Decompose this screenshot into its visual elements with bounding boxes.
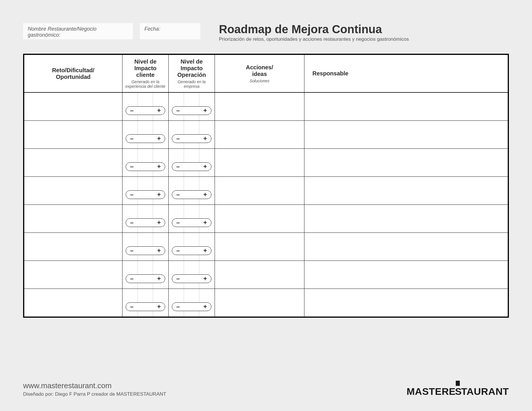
brand-logo: MASTERESTAURANT xyxy=(407,386,509,397)
plus-icon: + xyxy=(157,107,161,114)
cell-actions[interactable] xyxy=(215,121,304,148)
cell-challenge[interactable] xyxy=(24,121,122,148)
cell-client-impact[interactable]: –+ xyxy=(122,149,169,176)
cell-client-impact[interactable]: –+ xyxy=(122,289,169,317)
cell-actions[interactable] xyxy=(215,149,304,176)
cell-responsible[interactable] xyxy=(304,177,356,204)
roadmap-table: Reto/Dificultad/ Oportunidad Nivel de Im… xyxy=(23,54,509,318)
plus-icon: + xyxy=(157,191,161,198)
minus-icon: – xyxy=(130,191,133,198)
operation-impact-scale[interactable]: –+ xyxy=(172,106,211,115)
operation-impact-scale[interactable]: –+ xyxy=(172,246,211,255)
cell-client-impact[interactable]: –+ xyxy=(122,121,169,148)
cell-actions[interactable] xyxy=(215,289,304,317)
cell-operation-impact[interactable]: –+ xyxy=(169,93,215,120)
restaurant-name-field[interactable]: Nombre Restaurante/Negocio gastronómico: xyxy=(23,23,133,39)
cell-responsible[interactable] xyxy=(304,261,356,289)
cell-client-impact[interactable]: –+ xyxy=(122,261,169,289)
table-row: –+–+ xyxy=(24,261,508,289)
restaurant-name-label: Nombre Restaurante/Negocio gastronómico: xyxy=(28,26,96,38)
cell-actions[interactable] xyxy=(215,177,304,204)
cell-actions[interactable] xyxy=(215,93,304,120)
plus-icon: + xyxy=(203,163,207,170)
cell-operation-impact[interactable]: –+ xyxy=(169,121,215,148)
cell-responsible[interactable] xyxy=(304,289,356,317)
cell-responsible[interactable] xyxy=(304,121,356,148)
cell-operation-impact[interactable]: –+ xyxy=(169,149,215,176)
minus-icon: – xyxy=(176,163,180,170)
minus-icon: – xyxy=(176,191,180,198)
operation-impact-scale[interactable]: –+ xyxy=(172,218,211,227)
client-impact-scale[interactable]: –+ xyxy=(126,190,165,199)
cell-client-impact[interactable]: –+ xyxy=(122,93,169,120)
minus-icon: – xyxy=(176,304,180,310)
cell-actions[interactable] xyxy=(215,205,304,233)
minus-icon: – xyxy=(176,248,180,254)
cell-actions[interactable] xyxy=(215,233,304,261)
minus-icon: – xyxy=(130,248,133,254)
col-header-actions: Acciones/ ideas Soluciones xyxy=(215,55,304,92)
operation-impact-scale[interactable]: –+ xyxy=(172,302,211,311)
footer-url: www.masterestaurant.com xyxy=(23,381,166,390)
cell-operation-impact[interactable]: –+ xyxy=(169,177,215,204)
minus-icon: – xyxy=(176,107,180,114)
operation-impact-scale[interactable]: –+ xyxy=(172,162,211,171)
operation-impact-scale[interactable]: –+ xyxy=(172,134,211,143)
plus-icon: + xyxy=(157,276,161,282)
date-label: Fecha: xyxy=(144,26,160,32)
plus-icon: + xyxy=(157,304,161,310)
cell-challenge[interactable] xyxy=(24,233,122,261)
table-row: –+–+ xyxy=(24,289,508,317)
cell-challenge[interactable] xyxy=(24,261,122,289)
client-impact-scale[interactable]: –+ xyxy=(126,246,165,255)
cell-operation-impact[interactable]: –+ xyxy=(169,233,215,261)
plus-icon: + xyxy=(203,191,207,198)
table-row: –+–+ xyxy=(24,121,508,149)
minus-icon: – xyxy=(130,107,133,114)
cell-operation-impact[interactable]: –+ xyxy=(169,205,215,233)
date-field[interactable]: Fecha: xyxy=(140,23,200,39)
cell-challenge[interactable] xyxy=(24,149,122,176)
cell-operation-impact[interactable]: –+ xyxy=(169,289,215,317)
minus-icon: – xyxy=(130,304,133,310)
plus-icon: + xyxy=(157,220,161,226)
cell-challenge[interactable] xyxy=(24,289,122,317)
minus-icon: – xyxy=(130,163,133,170)
plus-icon: + xyxy=(203,107,207,114)
cell-challenge[interactable] xyxy=(24,177,122,204)
table-row: –+–+ xyxy=(24,177,508,205)
cell-client-impact[interactable]: –+ xyxy=(122,233,169,261)
cell-client-impact[interactable]: –+ xyxy=(122,177,169,204)
client-impact-scale[interactable]: –+ xyxy=(126,134,165,143)
client-impact-scale[interactable]: –+ xyxy=(126,302,165,311)
col-header-challenge: Reto/Dificultad/ Oportunidad xyxy=(24,55,122,92)
page-subtitle: Priorización de retos, oportunidades y a… xyxy=(219,36,509,42)
cell-challenge[interactable] xyxy=(24,93,122,120)
client-impact-scale[interactable]: –+ xyxy=(126,106,165,115)
operation-impact-scale[interactable]: –+ xyxy=(172,274,211,283)
cell-responsible[interactable] xyxy=(304,205,356,233)
operation-impact-scale[interactable]: –+ xyxy=(172,190,211,199)
table-row: –+–+ xyxy=(24,93,508,121)
plus-icon: + xyxy=(157,248,161,254)
col-header-responsible: Responsable xyxy=(304,55,356,92)
page-title: Roadmap de Mejora Continua xyxy=(219,23,509,35)
minus-icon: – xyxy=(176,276,180,282)
cell-responsible[interactable] xyxy=(304,233,356,261)
table-row: –+–+ xyxy=(24,205,508,233)
client-impact-scale[interactable]: –+ xyxy=(126,274,165,283)
cell-client-impact[interactable]: –+ xyxy=(122,205,169,233)
cell-responsible[interactable] xyxy=(304,93,356,120)
plus-icon: + xyxy=(203,220,207,226)
cell-responsible[interactable] xyxy=(304,149,356,176)
cell-actions[interactable] xyxy=(215,261,304,289)
cell-challenge[interactable] xyxy=(24,205,122,233)
minus-icon: – xyxy=(130,276,133,282)
plus-icon: + xyxy=(203,304,207,310)
plus-icon: + xyxy=(157,135,161,142)
client-impact-scale[interactable]: –+ xyxy=(126,218,165,227)
col-header-client-impact: Nivel de Impacto cliente Generado en la … xyxy=(122,55,169,92)
table-header-row: Reto/Dificultad/ Oportunidad Nivel de Im… xyxy=(24,55,508,93)
cell-operation-impact[interactable]: –+ xyxy=(169,261,215,289)
client-impact-scale[interactable]: –+ xyxy=(126,162,165,171)
